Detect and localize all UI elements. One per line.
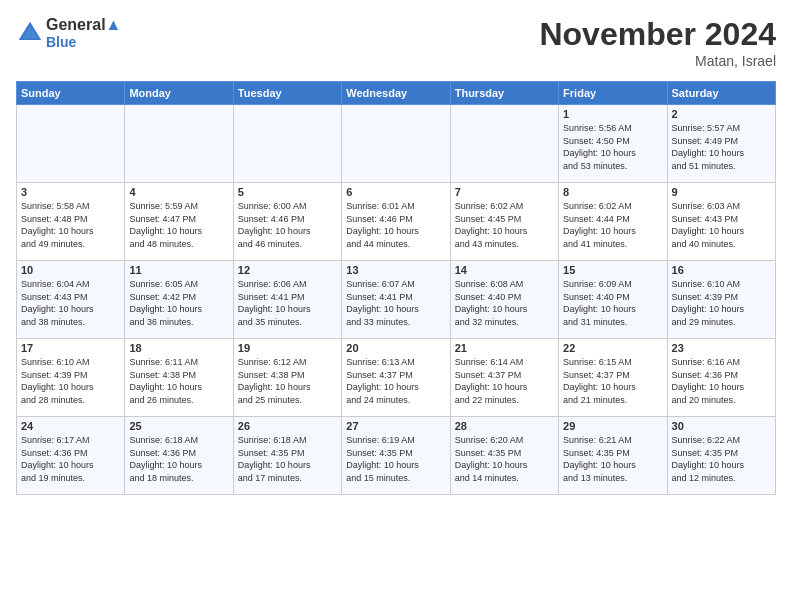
- calendar-cell: [17, 105, 125, 183]
- day-info: Sunrise: 6:10 AM Sunset: 4:39 PM Dayligh…: [21, 356, 120, 406]
- calendar-week-1: 3Sunrise: 5:58 AM Sunset: 4:48 PM Daylig…: [17, 183, 776, 261]
- calendar-cell: 30Sunrise: 6:22 AM Sunset: 4:35 PM Dayli…: [667, 417, 775, 495]
- month-title: November 2024: [539, 16, 776, 53]
- day-number: 6: [346, 186, 445, 198]
- day-info: Sunrise: 5:58 AM Sunset: 4:48 PM Dayligh…: [21, 200, 120, 250]
- calendar-cell: 22Sunrise: 6:15 AM Sunset: 4:37 PM Dayli…: [559, 339, 667, 417]
- title-area: November 2024 Matan, Israel: [539, 16, 776, 69]
- calendar-cell: 10Sunrise: 6:04 AM Sunset: 4:43 PM Dayli…: [17, 261, 125, 339]
- calendar-cell: [342, 105, 450, 183]
- calendar-cell: 12Sunrise: 6:06 AM Sunset: 4:41 PM Dayli…: [233, 261, 341, 339]
- header-wednesday: Wednesday: [342, 82, 450, 105]
- calendar-table: Sunday Monday Tuesday Wednesday Thursday…: [16, 81, 776, 495]
- calendar-cell: 13Sunrise: 6:07 AM Sunset: 4:41 PM Dayli…: [342, 261, 450, 339]
- day-number: 27: [346, 420, 445, 432]
- calendar-cell: 9Sunrise: 6:03 AM Sunset: 4:43 PM Daylig…: [667, 183, 775, 261]
- day-number: 9: [672, 186, 771, 198]
- calendar-cell: 29Sunrise: 6:21 AM Sunset: 4:35 PM Dayli…: [559, 417, 667, 495]
- day-info: Sunrise: 5:57 AM Sunset: 4:49 PM Dayligh…: [672, 122, 771, 172]
- calendar-cell: [450, 105, 558, 183]
- day-number: 14: [455, 264, 554, 276]
- day-info: Sunrise: 6:00 AM Sunset: 4:46 PM Dayligh…: [238, 200, 337, 250]
- calendar-week-0: 1Sunrise: 5:56 AM Sunset: 4:50 PM Daylig…: [17, 105, 776, 183]
- day-info: Sunrise: 6:04 AM Sunset: 4:43 PM Dayligh…: [21, 278, 120, 328]
- calendar-cell: 26Sunrise: 6:18 AM Sunset: 4:35 PM Dayli…: [233, 417, 341, 495]
- calendar-cell: 18Sunrise: 6:11 AM Sunset: 4:38 PM Dayli…: [125, 339, 233, 417]
- day-number: 13: [346, 264, 445, 276]
- calendar-cell: 21Sunrise: 6:14 AM Sunset: 4:37 PM Dayli…: [450, 339, 558, 417]
- calendar-cell: 4Sunrise: 5:59 AM Sunset: 4:47 PM Daylig…: [125, 183, 233, 261]
- logo: General▲ Blue: [16, 16, 121, 50]
- header-sunday: Sunday: [17, 82, 125, 105]
- header-thursday: Thursday: [450, 82, 558, 105]
- day-info: Sunrise: 5:59 AM Sunset: 4:47 PM Dayligh…: [129, 200, 228, 250]
- calendar-cell: 2Sunrise: 5:57 AM Sunset: 4:49 PM Daylig…: [667, 105, 775, 183]
- day-info: Sunrise: 6:22 AM Sunset: 4:35 PM Dayligh…: [672, 434, 771, 484]
- day-number: 17: [21, 342, 120, 354]
- day-number: 26: [238, 420, 337, 432]
- header-saturday: Saturday: [667, 82, 775, 105]
- day-number: 1: [563, 108, 662, 120]
- logo-text: General▲ Blue: [46, 16, 121, 50]
- day-number: 25: [129, 420, 228, 432]
- calendar-cell: 28Sunrise: 6:20 AM Sunset: 4:35 PM Dayli…: [450, 417, 558, 495]
- day-info: Sunrise: 6:12 AM Sunset: 4:38 PM Dayligh…: [238, 356, 337, 406]
- calendar-cell: 1Sunrise: 5:56 AM Sunset: 4:50 PM Daylig…: [559, 105, 667, 183]
- day-info: Sunrise: 6:15 AM Sunset: 4:37 PM Dayligh…: [563, 356, 662, 406]
- calendar-cell: [125, 105, 233, 183]
- calendar-cell: [233, 105, 341, 183]
- day-number: 30: [672, 420, 771, 432]
- calendar-cell: 20Sunrise: 6:13 AM Sunset: 4:37 PM Dayli…: [342, 339, 450, 417]
- day-info: Sunrise: 6:17 AM Sunset: 4:36 PM Dayligh…: [21, 434, 120, 484]
- header: General▲ Blue November 2024 Matan, Israe…: [16, 16, 776, 69]
- day-info: Sunrise: 6:10 AM Sunset: 4:39 PM Dayligh…: [672, 278, 771, 328]
- day-info: Sunrise: 6:20 AM Sunset: 4:35 PM Dayligh…: [455, 434, 554, 484]
- location: Matan, Israel: [539, 53, 776, 69]
- day-info: Sunrise: 6:01 AM Sunset: 4:46 PM Dayligh…: [346, 200, 445, 250]
- day-number: 16: [672, 264, 771, 276]
- day-info: Sunrise: 6:08 AM Sunset: 4:40 PM Dayligh…: [455, 278, 554, 328]
- day-info: Sunrise: 6:07 AM Sunset: 4:41 PM Dayligh…: [346, 278, 445, 328]
- day-info: Sunrise: 6:11 AM Sunset: 4:38 PM Dayligh…: [129, 356, 228, 406]
- day-number: 20: [346, 342, 445, 354]
- day-number: 5: [238, 186, 337, 198]
- day-info: Sunrise: 6:18 AM Sunset: 4:36 PM Dayligh…: [129, 434, 228, 484]
- logo-icon: [16, 19, 44, 47]
- calendar-cell: 16Sunrise: 6:10 AM Sunset: 4:39 PM Dayli…: [667, 261, 775, 339]
- day-number: 19: [238, 342, 337, 354]
- calendar-cell: 11Sunrise: 6:05 AM Sunset: 4:42 PM Dayli…: [125, 261, 233, 339]
- day-number: 2: [672, 108, 771, 120]
- day-number: 10: [21, 264, 120, 276]
- day-number: 4: [129, 186, 228, 198]
- day-info: Sunrise: 6:06 AM Sunset: 4:41 PM Dayligh…: [238, 278, 337, 328]
- calendar-week-4: 24Sunrise: 6:17 AM Sunset: 4:36 PM Dayli…: [17, 417, 776, 495]
- page-container: General▲ Blue November 2024 Matan, Israe…: [0, 0, 792, 503]
- day-info: Sunrise: 6:02 AM Sunset: 4:44 PM Dayligh…: [563, 200, 662, 250]
- day-number: 21: [455, 342, 554, 354]
- calendar-cell: 27Sunrise: 6:19 AM Sunset: 4:35 PM Dayli…: [342, 417, 450, 495]
- day-number: 18: [129, 342, 228, 354]
- calendar-cell: 24Sunrise: 6:17 AM Sunset: 4:36 PM Dayli…: [17, 417, 125, 495]
- calendar-cell: 3Sunrise: 5:58 AM Sunset: 4:48 PM Daylig…: [17, 183, 125, 261]
- calendar-cell: 8Sunrise: 6:02 AM Sunset: 4:44 PM Daylig…: [559, 183, 667, 261]
- calendar-week-2: 10Sunrise: 6:04 AM Sunset: 4:43 PM Dayli…: [17, 261, 776, 339]
- day-info: Sunrise: 6:03 AM Sunset: 4:43 PM Dayligh…: [672, 200, 771, 250]
- day-info: Sunrise: 6:16 AM Sunset: 4:36 PM Dayligh…: [672, 356, 771, 406]
- header-tuesday: Tuesday: [233, 82, 341, 105]
- day-info: Sunrise: 6:02 AM Sunset: 4:45 PM Dayligh…: [455, 200, 554, 250]
- day-info: Sunrise: 6:19 AM Sunset: 4:35 PM Dayligh…: [346, 434, 445, 484]
- day-number: 8: [563, 186, 662, 198]
- day-info: Sunrise: 6:05 AM Sunset: 4:42 PM Dayligh…: [129, 278, 228, 328]
- day-number: 12: [238, 264, 337, 276]
- day-number: 7: [455, 186, 554, 198]
- header-monday: Monday: [125, 82, 233, 105]
- day-info: Sunrise: 6:13 AM Sunset: 4:37 PM Dayligh…: [346, 356, 445, 406]
- day-number: 22: [563, 342, 662, 354]
- calendar-cell: 19Sunrise: 6:12 AM Sunset: 4:38 PM Dayli…: [233, 339, 341, 417]
- day-number: 3: [21, 186, 120, 198]
- calendar-cell: 15Sunrise: 6:09 AM Sunset: 4:40 PM Dayli…: [559, 261, 667, 339]
- day-number: 24: [21, 420, 120, 432]
- day-info: Sunrise: 6:14 AM Sunset: 4:37 PM Dayligh…: [455, 356, 554, 406]
- header-row: Sunday Monday Tuesday Wednesday Thursday…: [17, 82, 776, 105]
- day-info: Sunrise: 6:09 AM Sunset: 4:40 PM Dayligh…: [563, 278, 662, 328]
